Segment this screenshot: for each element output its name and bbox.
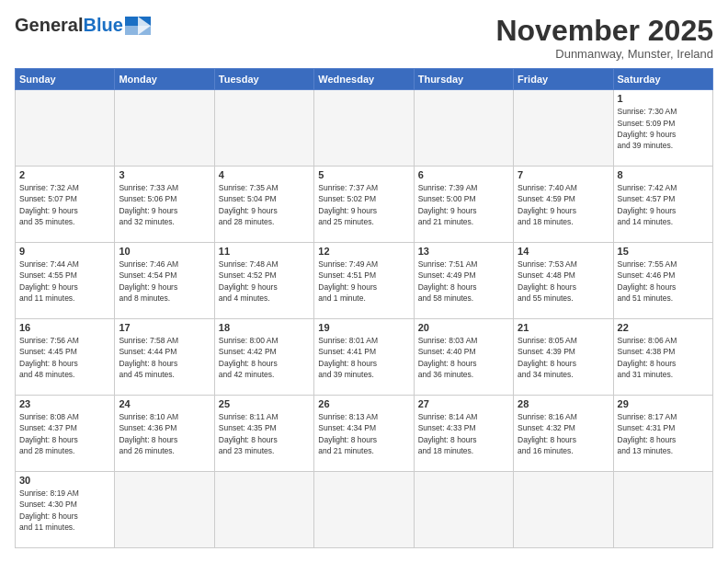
day-number: 22 xyxy=(618,322,709,333)
calendar-cell xyxy=(613,472,712,548)
day-info: Sunrise: 7:37 AM Sunset: 5:02 PM Dayligh… xyxy=(318,182,409,227)
calendar-cell: 23Sunrise: 8:08 AM Sunset: 4:37 PM Dayli… xyxy=(16,396,115,472)
calendar-cell: 19Sunrise: 8:01 AM Sunset: 4:41 PM Dayli… xyxy=(314,319,414,396)
day-info: Sunrise: 7:42 AM Sunset: 4:57 PM Dayligh… xyxy=(618,182,709,227)
day-number: 3 xyxy=(119,169,210,180)
calendar-table: SundayMondayTuesdayWednesdayThursdayFrid… xyxy=(15,68,713,548)
calendar-cell: 15Sunrise: 7:55 AM Sunset: 4:46 PM Dayli… xyxy=(613,243,712,319)
day-number: 6 xyxy=(418,169,509,180)
calendar-cell: 28Sunrise: 8:16 AM Sunset: 4:32 PM Dayli… xyxy=(514,396,613,472)
day-info: Sunrise: 8:14 AM Sunset: 4:33 PM Dayligh… xyxy=(418,411,509,456)
day-number: 19 xyxy=(318,322,409,333)
calendar-cell: 22Sunrise: 8:06 AM Sunset: 4:38 PM Dayli… xyxy=(613,319,712,396)
day-number: 26 xyxy=(318,398,409,409)
day-number: 9 xyxy=(19,246,110,257)
day-number: 1 xyxy=(618,93,709,104)
day-number: 17 xyxy=(119,322,210,333)
calendar-week-row: 1Sunrise: 7:30 AM Sunset: 5:09 PM Daylig… xyxy=(16,90,713,167)
day-info: Sunrise: 7:35 AM Sunset: 5:04 PM Dayligh… xyxy=(219,182,310,227)
day-info: Sunrise: 8:11 AM Sunset: 4:35 PM Dayligh… xyxy=(219,411,310,456)
calendar-cell xyxy=(514,472,613,548)
day-info: Sunrise: 8:16 AM Sunset: 4:32 PM Dayligh… xyxy=(518,411,609,456)
calendar-cell xyxy=(514,90,613,167)
calendar-cell: 21Sunrise: 8:05 AM Sunset: 4:39 PM Dayli… xyxy=(514,319,613,396)
day-number: 16 xyxy=(19,322,110,333)
calendar-week-row: 23Sunrise: 8:08 AM Sunset: 4:37 PM Dayli… xyxy=(16,396,713,472)
day-info: Sunrise: 7:53 AM Sunset: 4:48 PM Dayligh… xyxy=(518,259,609,304)
calendar-cell: 8Sunrise: 7:42 AM Sunset: 4:57 PM Daylig… xyxy=(613,167,712,243)
logo-flag-icon xyxy=(125,17,151,35)
calendar-week-row: 9Sunrise: 7:44 AM Sunset: 4:55 PM Daylig… xyxy=(16,243,713,319)
day-number: 12 xyxy=(318,246,409,257)
day-info: Sunrise: 8:10 AM Sunset: 4:36 PM Dayligh… xyxy=(119,411,210,456)
day-number: 29 xyxy=(618,398,709,409)
calendar-day-header: Thursday xyxy=(414,69,513,90)
day-info: Sunrise: 7:48 AM Sunset: 4:52 PM Dayligh… xyxy=(219,259,310,304)
calendar-cell xyxy=(115,472,214,548)
month-title: November 2025 xyxy=(495,15,713,47)
day-number: 28 xyxy=(518,398,609,409)
day-number: 20 xyxy=(418,322,509,333)
day-number: 2 xyxy=(19,169,110,180)
calendar-cell: 30Sunrise: 8:19 AM Sunset: 4:30 PM Dayli… xyxy=(16,472,115,548)
calendar-cell: 9Sunrise: 7:44 AM Sunset: 4:55 PM Daylig… xyxy=(16,243,115,319)
calendar-cell: 2Sunrise: 7:32 AM Sunset: 5:07 PM Daylig… xyxy=(16,167,115,243)
day-info: Sunrise: 8:08 AM Sunset: 4:37 PM Dayligh… xyxy=(19,411,110,456)
calendar-cell: 4Sunrise: 7:35 AM Sunset: 5:04 PM Daylig… xyxy=(214,167,313,243)
day-info: Sunrise: 7:32 AM Sunset: 5:07 PM Dayligh… xyxy=(19,182,110,227)
calendar-cell: 6Sunrise: 7:39 AM Sunset: 5:00 PM Daylig… xyxy=(414,167,513,243)
calendar-cell: 10Sunrise: 7:46 AM Sunset: 4:54 PM Dayli… xyxy=(115,243,214,319)
day-number: 14 xyxy=(518,246,609,257)
day-info: Sunrise: 7:55 AM Sunset: 4:46 PM Dayligh… xyxy=(618,259,709,304)
day-info: Sunrise: 8:03 AM Sunset: 4:40 PM Dayligh… xyxy=(418,335,509,380)
calendar-day-header: Friday xyxy=(514,69,613,90)
calendar-cell: 17Sunrise: 7:58 AM Sunset: 4:44 PM Dayli… xyxy=(115,319,214,396)
day-number: 8 xyxy=(618,169,709,180)
day-info: Sunrise: 7:51 AM Sunset: 4:49 PM Dayligh… xyxy=(418,259,509,304)
calendar-cell: 11Sunrise: 7:48 AM Sunset: 4:52 PM Dayli… xyxy=(214,243,313,319)
calendar-cell: 16Sunrise: 7:56 AM Sunset: 4:45 PM Dayli… xyxy=(16,319,115,396)
day-info: Sunrise: 7:58 AM Sunset: 4:44 PM Dayligh… xyxy=(119,335,210,380)
logo-general-text: General xyxy=(15,15,83,36)
day-number: 23 xyxy=(19,398,110,409)
header: GeneralBlue November 2025 Dunmanway, Mun… xyxy=(15,15,713,61)
calendar-cell: 18Sunrise: 8:00 AM Sunset: 4:42 PM Dayli… xyxy=(214,319,313,396)
calendar-cell: 5Sunrise: 7:37 AM Sunset: 5:02 PM Daylig… xyxy=(314,167,414,243)
calendar-cell: 20Sunrise: 8:03 AM Sunset: 4:40 PM Dayli… xyxy=(414,319,513,396)
day-number: 13 xyxy=(418,246,509,257)
calendar-day-header: Monday xyxy=(115,69,214,90)
title-block: November 2025 Dunmanway, Munster, Irelan… xyxy=(495,15,713,61)
day-number: 11 xyxy=(219,246,310,257)
day-number: 24 xyxy=(119,398,210,409)
day-number: 30 xyxy=(19,475,110,486)
day-number: 10 xyxy=(119,246,210,257)
location: Dunmanway, Munster, Ireland xyxy=(495,47,713,61)
calendar-cell xyxy=(214,90,313,167)
calendar-header-row: SundayMondayTuesdayWednesdayThursdayFrid… xyxy=(16,69,713,90)
logo-blue-text: Blue xyxy=(83,15,122,36)
day-info: Sunrise: 7:46 AM Sunset: 4:54 PM Dayligh… xyxy=(119,259,210,304)
calendar-cell: 3Sunrise: 7:33 AM Sunset: 5:06 PM Daylig… xyxy=(115,167,214,243)
day-info: Sunrise: 7:44 AM Sunset: 4:55 PM Dayligh… xyxy=(19,259,110,304)
day-info: Sunrise: 8:19 AM Sunset: 4:30 PM Dayligh… xyxy=(19,488,110,533)
day-info: Sunrise: 7:39 AM Sunset: 5:00 PM Dayligh… xyxy=(418,182,509,227)
calendar-day-header: Saturday xyxy=(613,69,712,90)
logo: GeneralBlue xyxy=(15,15,151,36)
calendar-cell xyxy=(314,472,414,548)
calendar-day-header: Sunday xyxy=(16,69,115,90)
calendar-cell: 7Sunrise: 7:40 AM Sunset: 4:59 PM Daylig… xyxy=(514,167,613,243)
day-info: Sunrise: 7:49 AM Sunset: 4:51 PM Dayligh… xyxy=(318,259,409,304)
calendar-cell xyxy=(16,90,115,167)
calendar-cell: 29Sunrise: 8:17 AM Sunset: 4:31 PM Dayli… xyxy=(613,396,712,472)
calendar-cell: 25Sunrise: 8:11 AM Sunset: 4:35 PM Dayli… xyxy=(214,396,313,472)
day-info: Sunrise: 7:56 AM Sunset: 4:45 PM Dayligh… xyxy=(19,335,110,380)
calendar-cell xyxy=(314,90,414,167)
day-info: Sunrise: 8:01 AM Sunset: 4:41 PM Dayligh… xyxy=(318,335,409,380)
day-info: Sunrise: 7:33 AM Sunset: 5:06 PM Dayligh… xyxy=(119,182,210,227)
day-number: 27 xyxy=(418,398,509,409)
day-number: 25 xyxy=(219,398,310,409)
day-info: Sunrise: 8:17 AM Sunset: 4:31 PM Dayligh… xyxy=(618,411,709,456)
day-info: Sunrise: 8:06 AM Sunset: 4:38 PM Dayligh… xyxy=(618,335,709,380)
calendar-week-row: 30Sunrise: 8:19 AM Sunset: 4:30 PM Dayli… xyxy=(16,472,713,548)
day-number: 18 xyxy=(219,322,310,333)
